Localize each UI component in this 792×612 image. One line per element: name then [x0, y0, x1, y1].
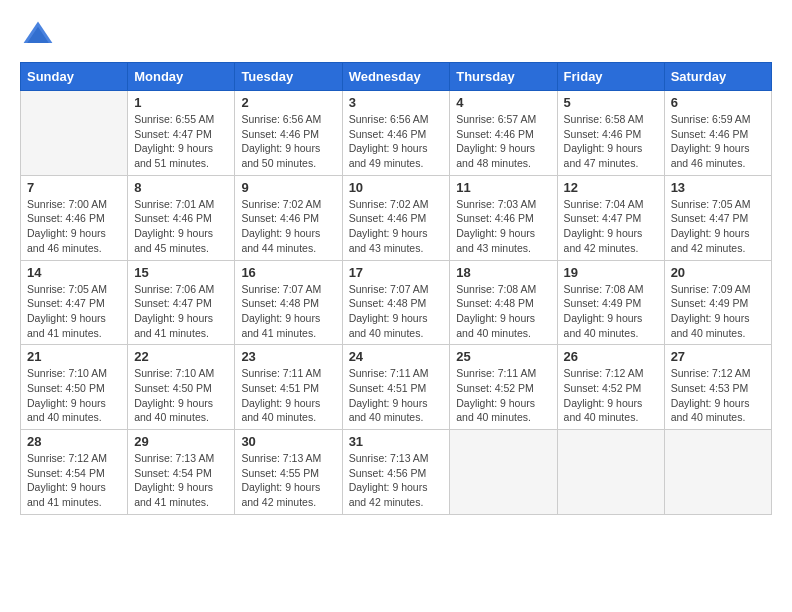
day-number: 22 [134, 349, 228, 364]
calendar-cell: 16Sunrise: 7:07 AM Sunset: 4:48 PM Dayli… [235, 260, 342, 345]
calendar-week-1: 7Sunrise: 7:00 AM Sunset: 4:46 PM Daylig… [21, 175, 772, 260]
calendar-cell: 28Sunrise: 7:12 AM Sunset: 4:54 PM Dayli… [21, 430, 128, 515]
day-number: 15 [134, 265, 228, 280]
calendar-cell: 24Sunrise: 7:11 AM Sunset: 4:51 PM Dayli… [342, 345, 450, 430]
day-number: 30 [241, 434, 335, 449]
calendar-cell: 27Sunrise: 7:12 AM Sunset: 4:53 PM Dayli… [664, 345, 771, 430]
day-info: Sunrise: 7:02 AM Sunset: 4:46 PM Dayligh… [241, 197, 335, 256]
day-number: 14 [27, 265, 121, 280]
column-header-friday: Friday [557, 63, 664, 91]
calendar-cell: 23Sunrise: 7:11 AM Sunset: 4:51 PM Dayli… [235, 345, 342, 430]
day-info: Sunrise: 7:05 AM Sunset: 4:47 PM Dayligh… [671, 197, 765, 256]
day-info: Sunrise: 7:05 AM Sunset: 4:47 PM Dayligh… [27, 282, 121, 341]
calendar-week-3: 21Sunrise: 7:10 AM Sunset: 4:50 PM Dayli… [21, 345, 772, 430]
day-number: 2 [241, 95, 335, 110]
day-info: Sunrise: 6:56 AM Sunset: 4:46 PM Dayligh… [241, 112, 335, 171]
day-info: Sunrise: 7:04 AM Sunset: 4:47 PM Dayligh… [564, 197, 658, 256]
day-info: Sunrise: 7:12 AM Sunset: 4:54 PM Dayligh… [27, 451, 121, 510]
day-number: 10 [349, 180, 444, 195]
day-info: Sunrise: 7:13 AM Sunset: 4:55 PM Dayligh… [241, 451, 335, 510]
day-number: 13 [671, 180, 765, 195]
day-number: 5 [564, 95, 658, 110]
day-number: 20 [671, 265, 765, 280]
day-info: Sunrise: 7:10 AM Sunset: 4:50 PM Dayligh… [134, 366, 228, 425]
column-header-saturday: Saturday [664, 63, 771, 91]
day-info: Sunrise: 7:09 AM Sunset: 4:49 PM Dayligh… [671, 282, 765, 341]
calendar-cell: 15Sunrise: 7:06 AM Sunset: 4:47 PM Dayli… [128, 260, 235, 345]
header-row: SundayMondayTuesdayWednesdayThursdayFrid… [21, 63, 772, 91]
page-header [20, 16, 772, 52]
column-header-wednesday: Wednesday [342, 63, 450, 91]
day-number: 21 [27, 349, 121, 364]
calendar-week-4: 28Sunrise: 7:12 AM Sunset: 4:54 PM Dayli… [21, 430, 772, 515]
day-number: 24 [349, 349, 444, 364]
column-header-monday: Monday [128, 63, 235, 91]
calendar-cell: 11Sunrise: 7:03 AM Sunset: 4:46 PM Dayli… [450, 175, 557, 260]
day-info: Sunrise: 7:11 AM Sunset: 4:51 PM Dayligh… [349, 366, 444, 425]
day-info: Sunrise: 7:08 AM Sunset: 4:48 PM Dayligh… [456, 282, 550, 341]
day-info: Sunrise: 7:07 AM Sunset: 4:48 PM Dayligh… [349, 282, 444, 341]
calendar-cell: 14Sunrise: 7:05 AM Sunset: 4:47 PM Dayli… [21, 260, 128, 345]
day-info: Sunrise: 7:13 AM Sunset: 4:54 PM Dayligh… [134, 451, 228, 510]
day-number: 8 [134, 180, 228, 195]
day-info: Sunrise: 7:06 AM Sunset: 4:47 PM Dayligh… [134, 282, 228, 341]
calendar-cell: 10Sunrise: 7:02 AM Sunset: 4:46 PM Dayli… [342, 175, 450, 260]
calendar-cell: 9Sunrise: 7:02 AM Sunset: 4:46 PM Daylig… [235, 175, 342, 260]
calendar-header: SundayMondayTuesdayWednesdayThursdayFrid… [21, 63, 772, 91]
day-number: 3 [349, 95, 444, 110]
calendar-cell: 1Sunrise: 6:55 AM Sunset: 4:47 PM Daylig… [128, 91, 235, 176]
day-info: Sunrise: 7:02 AM Sunset: 4:46 PM Dayligh… [349, 197, 444, 256]
day-info: Sunrise: 7:13 AM Sunset: 4:56 PM Dayligh… [349, 451, 444, 510]
day-info: Sunrise: 6:58 AM Sunset: 4:46 PM Dayligh… [564, 112, 658, 171]
day-info: Sunrise: 7:10 AM Sunset: 4:50 PM Dayligh… [27, 366, 121, 425]
calendar-cell: 22Sunrise: 7:10 AM Sunset: 4:50 PM Dayli… [128, 345, 235, 430]
day-number: 11 [456, 180, 550, 195]
day-number: 7 [27, 180, 121, 195]
calendar-cell [21, 91, 128, 176]
day-number: 1 [134, 95, 228, 110]
column-header-sunday: Sunday [21, 63, 128, 91]
day-info: Sunrise: 6:57 AM Sunset: 4:46 PM Dayligh… [456, 112, 550, 171]
day-number: 19 [564, 265, 658, 280]
day-number: 27 [671, 349, 765, 364]
calendar-cell: 12Sunrise: 7:04 AM Sunset: 4:47 PM Dayli… [557, 175, 664, 260]
calendar-cell: 29Sunrise: 7:13 AM Sunset: 4:54 PM Dayli… [128, 430, 235, 515]
calendar-cell: 30Sunrise: 7:13 AM Sunset: 4:55 PM Dayli… [235, 430, 342, 515]
calendar-cell [450, 430, 557, 515]
day-info: Sunrise: 6:56 AM Sunset: 4:46 PM Dayligh… [349, 112, 444, 171]
day-number: 17 [349, 265, 444, 280]
day-number: 18 [456, 265, 550, 280]
day-info: Sunrise: 6:55 AM Sunset: 4:47 PM Dayligh… [134, 112, 228, 171]
calendar-week-0: 1Sunrise: 6:55 AM Sunset: 4:47 PM Daylig… [21, 91, 772, 176]
logo-icon [20, 16, 56, 52]
calendar-cell: 7Sunrise: 7:00 AM Sunset: 4:46 PM Daylig… [21, 175, 128, 260]
day-number: 9 [241, 180, 335, 195]
day-number: 23 [241, 349, 335, 364]
day-info: Sunrise: 7:11 AM Sunset: 4:52 PM Dayligh… [456, 366, 550, 425]
calendar-cell: 21Sunrise: 7:10 AM Sunset: 4:50 PM Dayli… [21, 345, 128, 430]
day-info: Sunrise: 7:07 AM Sunset: 4:48 PM Dayligh… [241, 282, 335, 341]
day-number: 6 [671, 95, 765, 110]
calendar-cell: 26Sunrise: 7:12 AM Sunset: 4:52 PM Dayli… [557, 345, 664, 430]
day-number: 16 [241, 265, 335, 280]
day-number: 25 [456, 349, 550, 364]
day-info: Sunrise: 7:12 AM Sunset: 4:52 PM Dayligh… [564, 366, 658, 425]
calendar-cell: 25Sunrise: 7:11 AM Sunset: 4:52 PM Dayli… [450, 345, 557, 430]
calendar-week-2: 14Sunrise: 7:05 AM Sunset: 4:47 PM Dayli… [21, 260, 772, 345]
day-number: 28 [27, 434, 121, 449]
day-info: Sunrise: 7:12 AM Sunset: 4:53 PM Dayligh… [671, 366, 765, 425]
column-header-tuesday: Tuesday [235, 63, 342, 91]
calendar-cell [664, 430, 771, 515]
calendar-cell: 6Sunrise: 6:59 AM Sunset: 4:46 PM Daylig… [664, 91, 771, 176]
calendar-body: 1Sunrise: 6:55 AM Sunset: 4:47 PM Daylig… [21, 91, 772, 515]
calendar-cell: 19Sunrise: 7:08 AM Sunset: 4:49 PM Dayli… [557, 260, 664, 345]
calendar-cell: 31Sunrise: 7:13 AM Sunset: 4:56 PM Dayli… [342, 430, 450, 515]
day-number: 4 [456, 95, 550, 110]
calendar-cell: 3Sunrise: 6:56 AM Sunset: 4:46 PM Daylig… [342, 91, 450, 176]
day-info: Sunrise: 6:59 AM Sunset: 4:46 PM Dayligh… [671, 112, 765, 171]
calendar-cell: 13Sunrise: 7:05 AM Sunset: 4:47 PM Dayli… [664, 175, 771, 260]
calendar-cell: 8Sunrise: 7:01 AM Sunset: 4:46 PM Daylig… [128, 175, 235, 260]
day-number: 26 [564, 349, 658, 364]
day-info: Sunrise: 7:00 AM Sunset: 4:46 PM Dayligh… [27, 197, 121, 256]
day-number: 31 [349, 434, 444, 449]
